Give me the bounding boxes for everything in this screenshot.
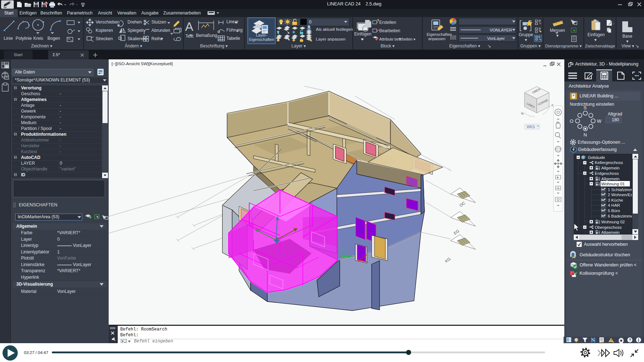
svg-text:A: A xyxy=(185,20,193,33)
svg-text:EG: EG xyxy=(453,229,460,236)
svg-text:Gebäude: Gebäude xyxy=(588,155,605,160)
svg-text:03:27 / 04:47: 03:27 / 04:47 xyxy=(24,350,48,355)
svg-text:3 Küche: 3 Küche xyxy=(608,198,623,202)
svg-text:Obergeschoss: Obergeschoss xyxy=(595,225,622,230)
svg-text:S: S xyxy=(584,105,587,110)
svg-text:VonLayer: VonLayer xyxy=(487,36,505,41)
svg-text:5 Büro: 5 Büro xyxy=(608,209,620,213)
svg-text:WKS: WKS xyxy=(527,125,535,129)
svg-text:1 Schlafzimmer: 1 Schlafzimmer xyxy=(608,188,632,192)
svg-text:?: ? xyxy=(629,338,631,342)
svg-text:N: N xyxy=(584,132,587,138)
svg-text:Allgemein: Allgemein xyxy=(601,177,620,181)
svg-text:Allgemein: Allgemein xyxy=(601,166,620,170)
svg-text:W: W xyxy=(520,111,524,116)
svg-text:4 HAR: 4 HAR xyxy=(608,203,620,207)
svg-text:O: O xyxy=(570,118,573,124)
svg-text:Wohnung 02: Wohnung 02 xyxy=(601,220,625,224)
svg-text:KG: KG xyxy=(444,257,451,264)
svg-text:6 Badezimmer: 6 Badezimmer xyxy=(608,214,632,218)
svg-text:VONLAYER: VONLAYER xyxy=(490,28,512,32)
svg-text:W: W xyxy=(597,118,602,124)
svg-text:Wohnung 01: Wohnung 01 xyxy=(601,182,625,186)
svg-text:Allgemein: Allgemein xyxy=(601,230,620,234)
svg-text:Kellergeschoss: Kellergeschoss xyxy=(595,160,623,165)
svg-text:Erdgeschoss: Erdgeschoss xyxy=(595,171,619,176)
svg-text:2 Wohnen/Esse: 2 Wohnen/Esse xyxy=(608,193,632,197)
svg-text:0: 0 xyxy=(309,20,311,25)
svg-text:OC: OC xyxy=(459,201,466,207)
